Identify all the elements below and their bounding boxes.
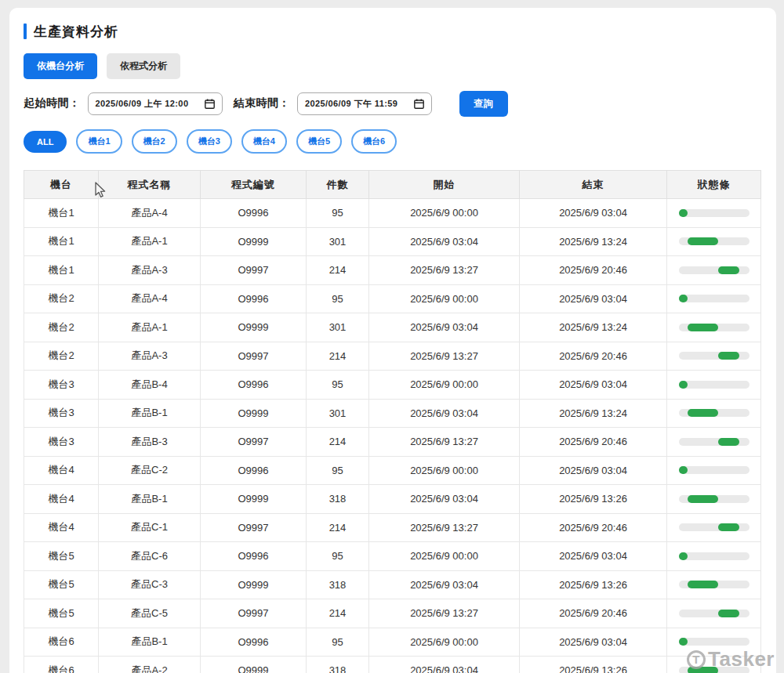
- cell-machine: 機台4: [24, 456, 99, 485]
- cell-program: 產品B-3: [99, 428, 201, 457]
- cell-start: 2025/6/9 13:27: [369, 599, 520, 628]
- machine-pill-2[interactable]: 機台2: [132, 129, 177, 154]
- status-bar-segment: [679, 209, 688, 217]
- end-time-input[interactable]: 2025/06/09 下午 11:59: [297, 92, 432, 115]
- cell-status-bar: [667, 256, 761, 285]
- cell-code: O9999: [201, 227, 307, 256]
- status-bar-segment: [679, 381, 688, 389]
- mouse-cursor: [94, 182, 107, 199]
- cell-machine: 機台4: [24, 513, 99, 542]
- column-header: 件數: [307, 171, 369, 199]
- calendar-icon[interactable]: [414, 99, 424, 109]
- cell-count: 214: [307, 513, 369, 542]
- machine-pill-1[interactable]: 機台1: [76, 129, 122, 154]
- cell-code: O9996: [201, 628, 307, 657]
- cell-program: 產品A-3: [99, 256, 201, 285]
- cell-start: 2025/6/9 13:27: [369, 428, 520, 457]
- column-header: 結束: [520, 171, 667, 199]
- table-row: 機台6產品A-2O99993182025/6/9 03:042025/6/9 1…: [24, 657, 761, 673]
- cell-start: 2025/6/9 13:27: [369, 256, 520, 285]
- cell-start: 2025/6/9 13:27: [369, 342, 520, 371]
- cell-count: 301: [307, 313, 369, 342]
- status-bar-segment: [688, 237, 718, 245]
- cell-status-bar: [667, 199, 761, 228]
- cell-code: O9999: [201, 485, 307, 514]
- table-row: 機台5產品C-5O99972142025/6/9 13:272025/6/9 2…: [24, 599, 761, 628]
- cell-end: 2025/6/9 13:26: [520, 485, 667, 514]
- cell-status-bar: [667, 542, 761, 571]
- table-row: 機台3產品B-1O99993012025/6/9 03:042025/6/9 1…: [24, 399, 761, 428]
- table-row: 機台2產品A-1O99993012025/6/9 03:042025/6/9 1…: [24, 313, 761, 342]
- cell-machine: 機台2: [24, 342, 99, 371]
- status-bar-track: [679, 266, 750, 274]
- cell-count: 301: [307, 227, 369, 256]
- machine-pill-all[interactable]: ALL: [24, 131, 67, 153]
- table-row: 機台2產品A-3O99972142025/6/9 13:272025/6/9 2…: [24, 342, 761, 371]
- cell-count: 214: [307, 428, 369, 457]
- cell-end: 2025/6/9 13:24: [520, 227, 667, 256]
- cell-program: 產品C-6: [99, 542, 201, 571]
- machine-pill-4[interactable]: 機台4: [241, 129, 287, 154]
- cell-start: 2025/6/9 03:04: [369, 657, 520, 673]
- cell-end: 2025/6/9 03:04: [520, 199, 667, 228]
- cell-end: 2025/6/9 20:46: [520, 428, 667, 457]
- status-bar-segment: [679, 552, 688, 560]
- cell-start: 2025/6/9 03:04: [369, 313, 520, 342]
- cell-code: O9997: [201, 513, 307, 542]
- table-row: 機台4產品C-2O9996952025/6/9 00:002025/6/9 03…: [24, 456, 761, 485]
- cell-start: 2025/6/9 03:04: [369, 399, 520, 428]
- cell-end: 2025/6/9 20:46: [520, 342, 667, 371]
- cell-start: 2025/6/9 00:00: [369, 371, 520, 400]
- cell-end: 2025/6/9 03:04: [520, 456, 667, 485]
- table-row: 機台1產品A-4O9996952025/6/9 00:002025/6/9 03…: [24, 199, 761, 228]
- cell-status-bar: [667, 227, 761, 256]
- cell-code: O9999: [201, 313, 307, 342]
- cell-count: 95: [307, 456, 369, 485]
- cell-program: 產品A-1: [99, 227, 201, 256]
- cell-end: 2025/6/9 03:04: [520, 628, 667, 657]
- cell-machine: 機台4: [24, 485, 99, 514]
- cell-code: O9996: [201, 199, 307, 228]
- tab-by-machine[interactable]: 依機台分析: [24, 53, 97, 79]
- machine-pill-5[interactable]: 機台5: [296, 129, 342, 154]
- table-row: 機台5產品C-3O99993182025/6/9 03:042025/6/9 1…: [24, 570, 761, 599]
- cell-machine: 機台5: [24, 599, 99, 628]
- status-bar-track: [679, 409, 750, 417]
- page-title-row: 生產資料分析: [24, 22, 776, 41]
- machine-pill-3[interactable]: 機台3: [187, 129, 232, 154]
- cell-code: O9997: [201, 599, 307, 628]
- cell-program: 產品A-4: [99, 284, 201, 313]
- cell-status-bar: [667, 456, 761, 485]
- status-bar-segment: [688, 495, 718, 503]
- status-bar-track: [679, 438, 750, 446]
- status-bar-track: [679, 495, 750, 503]
- status-bar-segment: [688, 324, 718, 331]
- cell-end: 2025/6/9 03:04: [520, 371, 667, 400]
- cell-start: 2025/6/9 00:00: [369, 284, 520, 313]
- cell-program: 產品C-5: [99, 599, 201, 628]
- table-row: 機台5產品C-6O9996952025/6/9 00:002025/6/9 03…: [24, 542, 761, 571]
- table-row: 機台6產品B-1O9996952025/6/9 00:002025/6/9 03…: [24, 628, 761, 657]
- start-time-input[interactable]: 2025/06/09 上午 12:00: [88, 92, 223, 115]
- cell-count: 318: [307, 657, 369, 673]
- cell-code: O9999: [201, 399, 307, 428]
- tasker-watermark: T Tasker: [687, 647, 775, 671]
- tab-by-program[interactable]: 依程式分析: [107, 53, 180, 79]
- column-header: 程式名稱: [99, 171, 201, 199]
- table-row: 機台1產品A-3O99972142025/6/9 13:272025/6/9 2…: [24, 256, 761, 285]
- cell-code: O9997: [201, 256, 307, 285]
- status-bar-segment: [679, 466, 688, 474]
- table-header-row: 機台程式名稱程式編號件數開始結束狀態條: [24, 171, 761, 199]
- status-bar-segment: [688, 581, 718, 588]
- cell-end: 2025/6/9 20:46: [520, 513, 667, 542]
- column-header: 開始: [369, 171, 520, 199]
- machine-pill-6[interactable]: 機台6: [351, 129, 397, 154]
- query-button[interactable]: 查詢: [459, 91, 508, 117]
- status-bar-segment: [718, 610, 739, 617]
- cell-machine: 機台5: [24, 570, 99, 599]
- calendar-icon[interactable]: [205, 99, 215, 109]
- status-bar-track: [679, 237, 750, 245]
- status-bar-segment: [718, 266, 739, 274]
- cell-start: 2025/6/9 00:00: [369, 199, 520, 228]
- cell-machine: 機台3: [24, 371, 99, 400]
